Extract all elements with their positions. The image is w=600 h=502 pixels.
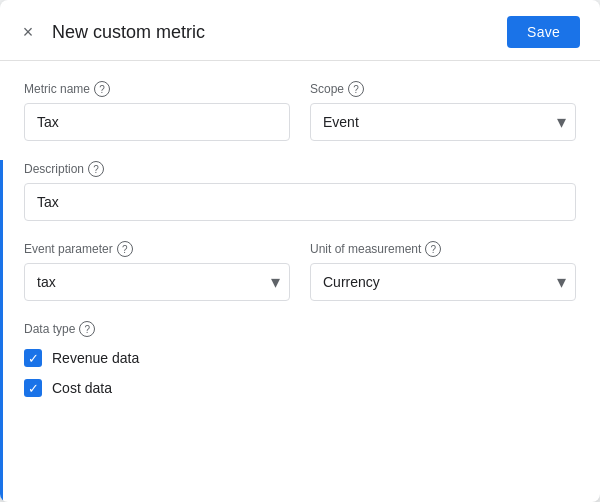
data-type-section: Data type ? ✓ Revenue data ✓ Cost data — [24, 321, 576, 397]
description-input[interactable] — [24, 183, 576, 221]
description-help-icon[interactable]: ? — [88, 161, 104, 177]
metric-name-label: Metric name ? — [24, 81, 290, 97]
data-type-help-icon[interactable]: ? — [79, 321, 95, 337]
event-parameter-help-icon[interactable]: ? — [117, 241, 133, 257]
cost-data-row: ✓ Cost data — [24, 379, 576, 397]
close-button[interactable]: × — [16, 20, 40, 44]
unit-of-measurement-group: Unit of measurement ? Currency Standard … — [310, 241, 576, 301]
scope-select[interactable]: Event User Session — [310, 103, 576, 141]
scope-help-icon[interactable]: ? — [348, 81, 364, 97]
row-description: Description ? — [24, 161, 576, 221]
unit-of-measurement-select[interactable]: Currency Standard Feet Miles Meters Kilo… — [310, 263, 576, 301]
revenue-data-checkbox[interactable]: ✓ — [24, 349, 42, 367]
header-left: × New custom metric — [16, 20, 205, 44]
revenue-data-label: Revenue data — [52, 350, 139, 366]
event-parameter-group: Event parameter ? tax ▾ — [24, 241, 290, 301]
revenue-data-row: ✓ Revenue data — [24, 349, 576, 367]
scope-select-wrapper: Event User Session ▾ — [310, 103, 576, 141]
cost-data-checkbox[interactable]: ✓ — [24, 379, 42, 397]
cost-data-checkmark-icon: ✓ — [28, 382, 39, 395]
unit-of-measurement-help-icon[interactable]: ? — [425, 241, 441, 257]
row-event-unit: Event parameter ? tax ▾ Unit of measurem… — [24, 241, 576, 301]
scope-group: Scope ? Event User Session ▾ — [310, 81, 576, 141]
event-parameter-select[interactable]: tax — [24, 263, 290, 301]
description-group: Description ? — [24, 161, 576, 221]
scope-label: Scope ? — [310, 81, 576, 97]
revenue-data-checkmark-icon: ✓ — [28, 352, 39, 365]
dialog-body: Metric name ? Scope ? Event User Session… — [0, 61, 600, 429]
save-button[interactable]: Save — [507, 16, 580, 48]
description-label: Description ? — [24, 161, 576, 177]
row-metric-scope: Metric name ? Scope ? Event User Session… — [24, 81, 576, 141]
cost-data-label: Cost data — [52, 380, 112, 396]
metric-name-help-icon[interactable]: ? — [94, 81, 110, 97]
metric-name-input[interactable] — [24, 103, 290, 141]
new-custom-metric-dialog: × New custom metric Save Metric name ? S… — [0, 0, 600, 502]
dialog-header: × New custom metric Save — [0, 0, 600, 61]
event-parameter-select-wrapper: tax ▾ — [24, 263, 290, 301]
unit-of-measurement-label: Unit of measurement ? — [310, 241, 576, 257]
event-parameter-label: Event parameter ? — [24, 241, 290, 257]
data-type-label: Data type ? — [24, 321, 576, 337]
dialog-title: New custom metric — [52, 22, 205, 43]
metric-name-group: Metric name ? — [24, 81, 290, 141]
left-accent-bar — [0, 160, 3, 502]
unit-of-measurement-select-wrapper: Currency Standard Feet Miles Meters Kilo… — [310, 263, 576, 301]
